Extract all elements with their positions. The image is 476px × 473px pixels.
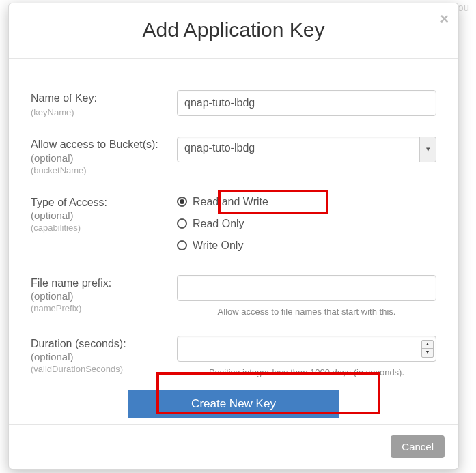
number-stepper[interactable]: ▲ ▼: [421, 340, 434, 358]
label-access-optional: (optional): [31, 210, 165, 221]
radio-label: Write Only: [193, 240, 243, 252]
techname-keyname: (keyName): [31, 107, 165, 117]
label-access: Type of Access:: [31, 196, 165, 210]
radio-write-only[interactable]: Write Only: [177, 240, 436, 252]
bucket-select[interactable]: qnap-tuto-lbdg ▾: [177, 137, 436, 162]
row-access-type: Type of Access: (optional) (capabilities…: [31, 195, 436, 261]
label-prefix: File name prefix:: [31, 276, 165, 291]
key-name-input[interactable]: [177, 90, 436, 116]
add-application-key-modal: × Add Application Key Name of Key: (keyN…: [8, 3, 459, 470]
label-key-name: Name of Key:: [31, 91, 165, 106]
techname-prefix: (namePrefix): [31, 303, 165, 313]
label-prefix-optional: (optional): [31, 290, 165, 302]
row-bucket: Allow access to Bucket(s): (optional) (b…: [31, 137, 436, 175]
duration-help: Positive integer less than 1000 days (in…: [177, 367, 436, 377]
radio-read-only[interactable]: Read Only: [177, 218, 436, 230]
create-key-button[interactable]: Create New Key: [128, 390, 339, 418]
radio-read-write[interactable]: Read and Write: [177, 196, 436, 208]
row-prefix: File name prefix: (optional) (namePrefix…: [31, 275, 436, 317]
cancel-button[interactable]: Cancel: [391, 435, 445, 458]
label-bucket: Allow access to Bucket(s):: [31, 138, 165, 152]
label-duration-optional: (optional): [31, 351, 165, 362]
bucket-select-value: qnap-tuto-lbdg: [177, 137, 436, 162]
prefix-input[interactable]: [177, 275, 436, 301]
row-key-name: Name of Key: (keyName): [31, 90, 436, 117]
row-duration: Duration (seconds): (optional) (validDur…: [31, 336, 436, 377]
radio-label: Read and Write: [193, 196, 268, 208]
radio-label: Read Only: [193, 218, 244, 230]
chevron-up-icon: ▲: [422, 341, 433, 349]
duration-input[interactable]: [177, 336, 436, 362]
modal-title: Add Application Key: [23, 18, 445, 42]
radio-icon: [177, 240, 187, 250]
chevron-down-icon: ▼: [422, 349, 433, 357]
modal-body: Name of Key: (keyName) Allow access to B…: [9, 59, 458, 424]
radio-icon: [177, 197, 187, 207]
close-icon[interactable]: ×: [440, 12, 449, 27]
label-bucket-optional: (optional): [31, 152, 165, 164]
prefix-help: Allow access to file names that start wi…: [177, 306, 436, 317]
techname-access: (capabilities): [31, 223, 165, 233]
techname-bucket: (bucketName): [31, 165, 165, 175]
modal-footer: Cancel: [9, 424, 458, 469]
radio-icon: [177, 218, 187, 229]
techname-duration: (validDurationSeconds): [31, 364, 165, 374]
modal-header: × Add Application Key: [9, 3, 458, 59]
label-duration: Duration (seconds):: [31, 337, 165, 352]
chevron-down-icon: ▾: [419, 137, 436, 162]
